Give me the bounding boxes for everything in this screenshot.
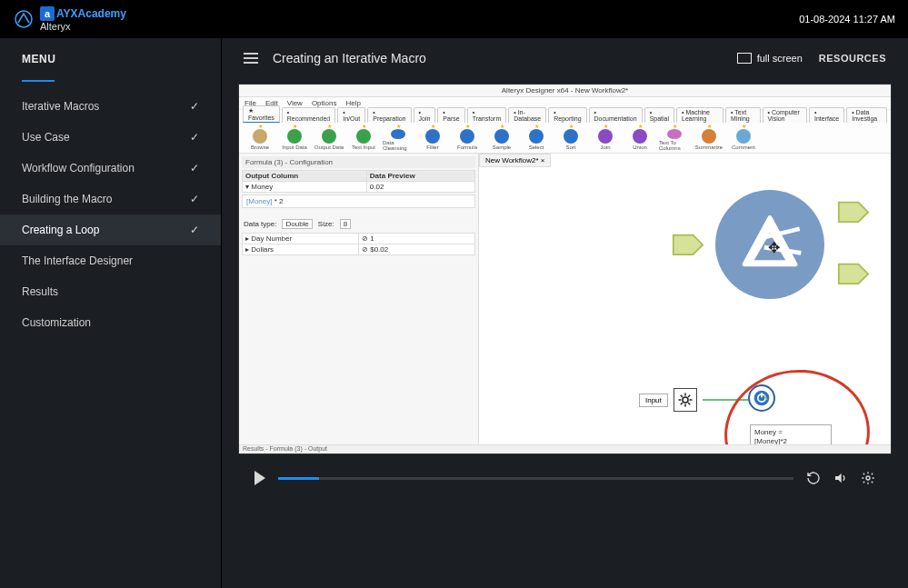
video-frame[interactable]: Alteryx Designer x64 - New Workflow2* Fi…: [238, 84, 892, 454]
svg-point-22: [866, 476, 870, 480]
tool-filter[interactable]: ★Filter: [417, 125, 448, 151]
tool-comment[interactable]: ★Comment: [728, 125, 759, 151]
formula-tool-icon[interactable]: [748, 384, 775, 412]
output-row-name[interactable]: ▸ Dollars: [243, 244, 359, 255]
sidebar-item-label: Customization: [22, 316, 91, 329]
tool-output-data[interactable]: ★Output Data: [314, 125, 344, 151]
sidebar-item-the-interface-designer[interactable]: The Interface Designer: [0, 245, 221, 276]
lesson-title: Creating an Iterative Macro: [273, 51, 426, 65]
category-tab[interactable]: • Recommended: [282, 107, 335, 123]
workflow-canvas[interactable]: New Workflow2* × ✥: [479, 154, 891, 444]
cfg-output-preview: 0.02: [366, 182, 474, 193]
svg-marker-7: [839, 264, 868, 284]
menu-header: MENU: [0, 38, 221, 80]
menu-options[interactable]: Options: [312, 99, 337, 107]
menu-toggle-icon[interactable]: [244, 53, 258, 64]
category-tab[interactable]: • Spatial: [644, 107, 674, 123]
svg-line-15: [681, 403, 683, 404]
iterative-macro-icon[interactable]: ✥: [715, 190, 824, 299]
check-icon: ✓: [190, 193, 199, 205]
category-tab[interactable]: • In-Database: [508, 107, 546, 123]
category-tab[interactable]: • In/Out: [337, 107, 365, 123]
category-tab[interactable]: • Documentation: [589, 107, 643, 123]
svg-marker-21: [835, 473, 842, 483]
volume-button[interactable]: [833, 471, 848, 485]
cfg-output-name[interactable]: ▾ Money: [243, 182, 367, 193]
formula-expression[interactable]: [Money] * 2: [242, 194, 475, 208]
brand-link[interactable]: AYXAcademy: [56, 7, 126, 20]
macro-input-tool-icon[interactable]: [674, 388, 697, 412]
top-bar: a AYXAcademy Alteryx 01-08-2024 11:27 AM: [0, 0, 908, 38]
tool-select[interactable]: ★Select: [521, 125, 552, 151]
canvas-tab[interactable]: New Workflow2* ×: [479, 154, 551, 167]
sidebar-item-label: Results: [22, 285, 58, 298]
tool-join[interactable]: ★Join: [590, 125, 621, 151]
tool-browse[interactable]: ★Browse: [244, 125, 275, 151]
size-input[interactable]: 8: [340, 219, 351, 229]
tool-data-cleansing[interactable]: ★Data Cleansing: [383, 125, 414, 151]
sidebar-item-label: Iterative Macros: [22, 100, 99, 113]
datatype-select[interactable]: Double: [282, 219, 312, 229]
macro-output-anchor-bottom[interactable]: [837, 261, 870, 288]
tool-text-input[interactable]: ★Text Input: [348, 125, 379, 151]
replay-button[interactable]: [806, 471, 821, 485]
fullscreen-label: full screen: [757, 53, 803, 64]
alteryx-logo-icon: [13, 8, 35, 30]
category-tab[interactable]: • Join: [414, 107, 436, 123]
check-icon: ✓: [190, 131, 199, 144]
output-row-value: ⊘ 1: [359, 234, 475, 244]
svg-line-13: [681, 395, 683, 397]
tool-union[interactable]: ★Union: [624, 125, 655, 151]
results-panel-header[interactable]: Results - Formula (3) - Output: [239, 444, 891, 453]
sidebar-item-label: Building the Macro: [22, 193, 112, 205]
sidebar-item-label: Workflow Configuration: [22, 162, 135, 174]
svg-marker-6: [839, 203, 868, 223]
sidebar-item-label: Creating a Loop: [22, 224, 99, 236]
input-node-label[interactable]: Input: [639, 394, 668, 407]
tool-input-data[interactable]: ★Input Data: [279, 125, 310, 151]
sidebar-item-label: Use Case: [22, 131, 70, 144]
sidebar-item-creating-a-loop[interactable]: Creating a Loop✓: [0, 214, 221, 245]
category-tab[interactable]: • Machine Learning: [676, 107, 723, 123]
macro-input-anchor[interactable]: [672, 232, 704, 259]
tool-formula[interactable]: ★Formula: [452, 125, 483, 151]
svg-point-17: [754, 391, 770, 406]
category-tab[interactable]: • Data Investiga: [846, 107, 887, 123]
check-icon: ✓: [190, 162, 199, 174]
svg-line-16: [688, 395, 690, 397]
settings-button[interactable]: [861, 471, 875, 485]
menu-help[interactable]: Help: [345, 99, 360, 107]
tool-ribbon: ★Browse★Input Data★Output Data★Text Inpu…: [239, 123, 891, 154]
category-tab[interactable]: ★ Favorites: [243, 105, 280, 123]
tool-summarize[interactable]: ★Summarize: [693, 125, 724, 151]
sidebar-item-results[interactable]: Results: [0, 276, 221, 307]
sidebar-item-customization[interactable]: Customization: [0, 307, 221, 338]
resources-button[interactable]: RESOURCES: [819, 53, 886, 64]
category-tab[interactable]: • Text Mining: [725, 107, 760, 123]
sidebar-item-use-case[interactable]: Use Case✓: [0, 122, 221, 153]
category-tab[interactable]: • Reporting: [548, 107, 586, 123]
output-row-name[interactable]: ▸ Day Number: [243, 234, 359, 244]
tool-sort[interactable]: ★Sort: [555, 125, 586, 151]
menu-view[interactable]: View: [287, 99, 303, 107]
tool-text-to-columns[interactable]: ★Text To Columns: [659, 125, 690, 151]
category-tab[interactable]: • Preparation: [367, 107, 411, 123]
sidebar-item-iterative-macros[interactable]: Iterative Macros✓: [0, 91, 221, 122]
fullscreen-icon: [737, 53, 752, 64]
category-tab[interactable]: • Parse: [437, 107, 464, 123]
macro-output-anchor-top[interactable]: [837, 199, 870, 226]
category-tab[interactable]: • Interface: [809, 107, 844, 123]
category-tab[interactable]: • Transform: [467, 107, 507, 123]
sidebar-item-building-the-macro[interactable]: Building the Macro✓: [0, 184, 221, 214]
fullscreen-button[interactable]: full screen: [737, 53, 803, 64]
play-button[interactable]: [254, 471, 265, 485]
app-window-title: Alteryx Designer x64 - New Workflow2*: [239, 85, 891, 97]
check-icon: ✓: [190, 224, 199, 236]
category-tab[interactable]: • Computer Vision: [763, 107, 807, 123]
brand-letter-icon: a: [40, 6, 55, 21]
progress-track[interactable]: [278, 477, 793, 480]
tool-sample[interactable]: ★Sample: [486, 125, 517, 151]
sidebar-item-label: The Interface Designer: [22, 254, 133, 267]
brand-block: a AYXAcademy Alteryx: [40, 6, 126, 32]
sidebar-item-workflow-configuration[interactable]: Workflow Configuration✓: [0, 153, 221, 184]
